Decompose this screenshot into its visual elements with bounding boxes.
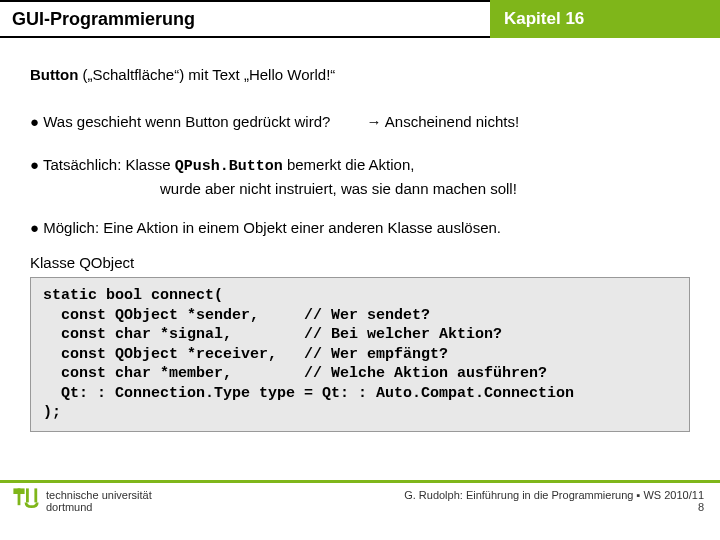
slide-footer: technische universität dortmund G. Rudol… [0, 480, 720, 540]
uni-line2: dortmund [46, 501, 152, 513]
tu-logo-icon [12, 487, 40, 515]
bullet-3: ● Möglich: Eine Aktion in einem Objekt e… [30, 219, 690, 236]
credit-block: G. Rudolph: Einführung in die Programmie… [404, 489, 704, 513]
bullet-2-code: QPush.Button [175, 158, 283, 175]
bullet-2a: ● Tatsächlich: Klasse [30, 156, 175, 173]
bullet-2-row: ● Tatsächlich: Klasse QPush.Button bemer… [30, 156, 690, 175]
footer-inner: technische universität dortmund G. Rudol… [0, 483, 720, 515]
bullet-2b: bemerkt die Aktion, [283, 156, 415, 173]
uni-line1: technische universität [46, 489, 152, 501]
bullet-2c: wurde aber nicht instruiert, was sie dan… [30, 180, 690, 197]
header-right: Kapitel 16 [490, 0, 720, 38]
svg-rect-2 [26, 488, 29, 502]
slide-header: GUI-Programmierung Kapitel 16 [0, 0, 720, 38]
page-number: 8 [404, 501, 704, 513]
university-logo: technische universität dortmund [12, 487, 152, 515]
university-name: technische universität dortmund [46, 489, 152, 513]
klasse-label: Klasse QObject [30, 254, 690, 271]
bullet-1: ● Was geschieht wenn Button gedrückt wir… [30, 113, 330, 130]
slide-body: Button („Schaltfläche“) mit Text „Hello … [0, 38, 720, 432]
credit-line: G. Rudolph: Einführung in die Programmie… [404, 489, 704, 501]
title-strong: Button [30, 66, 78, 83]
title-line: Button („Schaltfläche“) mit Text „Hello … [30, 66, 690, 83]
bullet-1-answer: → Anscheinend nichts! [367, 113, 520, 130]
svg-rect-3 [34, 488, 37, 502]
title-rest: („Schaltfläche“) mit Text „Hello World!“ [78, 66, 335, 83]
bullet-1-row: ● Was geschieht wenn Button gedrückt wir… [30, 113, 690, 130]
header-left: GUI-Programmierung [0, 0, 490, 38]
code-block: static bool connect( const QObject *send… [30, 277, 690, 432]
svg-rect-1 [18, 488, 21, 505]
